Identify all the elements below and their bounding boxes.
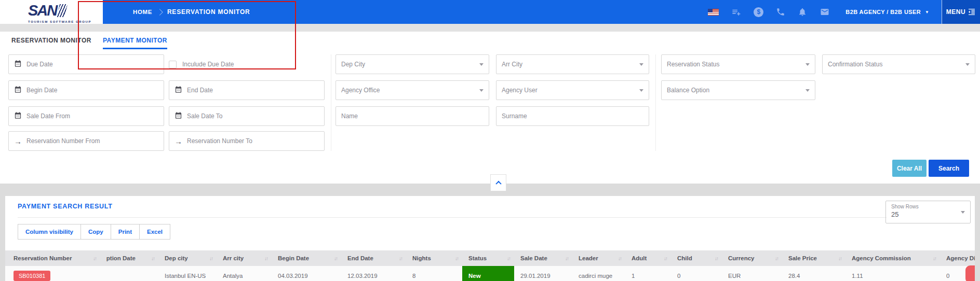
arrow-right-icon: → — [174, 137, 182, 145]
end-date-cell: 12.03.2019 — [341, 266, 406, 281]
chevron-down-icon — [965, 63, 970, 66]
tab-reservation-monitor[interactable]: RESERVATION MONITOR — [11, 37, 91, 49]
currency-dollar-icon[interactable]: $ — [754, 7, 763, 17]
column-header-begin-date[interactable]: Begin Date↓↑ — [272, 250, 341, 266]
column-header-option-date[interactable]: Option Date↓↑ — [100, 250, 158, 266]
currency-cell: EUR — [722, 266, 782, 281]
search-button[interactable]: Search — [929, 160, 969, 177]
reservation-status-label: Reservation Status — [667, 61, 719, 68]
tab-payment-monitor[interactable]: PAYMENT MONITOR — [103, 37, 167, 49]
reservation-number-to-input[interactable]: → Reservation Number To — [169, 131, 325, 151]
balance-option-select[interactable]: Balance Option — [661, 80, 815, 100]
column-header-dep-city[interactable]: Dep city↓↑ — [158, 250, 217, 266]
include-due-date-checkbox[interactable] — [169, 61, 177, 68]
calendar-icon — [14, 60, 22, 69]
sort-icon: ↓↑ — [507, 256, 510, 261]
sort-icon: ↓↑ — [209, 256, 212, 261]
reservation-status-select[interactable]: Reservation Status — [661, 54, 815, 74]
header-divider-strip — [0, 24, 980, 32]
logo-tagline: TOURISM SOFTWARE GROUP — [28, 20, 103, 23]
reservation-number-cell: SB010381 — [5, 266, 100, 281]
reservation-number-from-label: Reservation Number From — [26, 137, 100, 145]
name-input[interactable]: Name — [335, 106, 489, 126]
option-date-cell — [100, 266, 158, 281]
chevron-down-icon — [479, 63, 484, 66]
sort-icon: ↓↑ — [264, 256, 267, 261]
column-label: Dep city — [165, 255, 188, 261]
column-header-agency-commission[interactable]: Agency Commission↓↑ — [845, 250, 940, 266]
show-rows-select[interactable]: Show Rows 25 — [885, 201, 971, 223]
filter-group-divider — [655, 54, 656, 151]
leader-cell: cadirci muge — [572, 266, 625, 281]
column-header-arr-city[interactable]: Arr city↓↑ — [217, 250, 272, 266]
notifications-bell-icon[interactable] — [798, 7, 807, 17]
copy-button[interactable]: Copy — [80, 224, 111, 240]
include-due-date-option: Inculude Due Date — [169, 54, 234, 74]
phone-icon[interactable] — [776, 7, 785, 17]
column-header-adult[interactable]: Adult↓↑ — [625, 250, 671, 266]
reservation-number-from-input[interactable]: → Reservation Number From — [8, 131, 164, 151]
column-label: Begin Date — [278, 255, 309, 261]
column-header-sale-price[interactable]: Sale Price↓↑ — [782, 250, 845, 266]
language-flag-icon[interactable] — [708, 9, 719, 16]
logo[interactable]: SAN TOURISM SOFTWARE GROUP — [0, 0, 103, 24]
breadcrumb-home[interactable]: HOME — [133, 9, 152, 15]
filter-group-divider — [331, 54, 331, 151]
breadcrumb-current: RESERVATION MONITOR — [167, 8, 250, 16]
logo-text: SAN — [28, 2, 57, 19]
playlist-add-icon[interactable] — [731, 7, 741, 17]
arr-city-select[interactable]: Arr City — [496, 54, 649, 74]
column-header-reservation-number[interactable]: Reservation Number↓↑ — [5, 250, 100, 266]
column-label: Agency Discount — [946, 255, 975, 261]
due-date-input[interactable]: Due Date — [8, 54, 164, 74]
column-label: Adult — [632, 255, 647, 261]
excel-button[interactable]: Excel — [139, 224, 170, 240]
chevron-down-icon — [639, 63, 643, 66]
dep-city-select[interactable]: Dep City — [335, 54, 489, 74]
column-header-currency[interactable]: Currency↓↑ — [722, 250, 782, 266]
agency-user-select[interactable]: Agency User — [496, 80, 649, 100]
row-action-pill[interactable] — [965, 265, 975, 281]
column-header-nights[interactable]: Nights↓↑ — [406, 250, 462, 266]
sort-icon: ↓↑ — [933, 256, 936, 261]
print-button[interactable]: Print — [111, 224, 140, 240]
column-header-agency-discount[interactable]: Agency Discount — [940, 250, 975, 266]
calendar-icon — [174, 86, 182, 95]
chevron-up-icon — [495, 180, 501, 186]
table-row: SB010381 Istanbul EN-US Antalya 04.03.20… — [5, 266, 975, 281]
dep-city-cell: Istanbul EN-US — [158, 266, 217, 281]
sort-icon: ↓↑ — [93, 256, 96, 261]
begin-date-cell: 04.03.2019 — [272, 266, 341, 281]
column-header-end-date[interactable]: End Date↓↑ — [341, 250, 406, 266]
top-navigation-bar: SAN TOURISM SOFTWARE GROUP HOME RESERVAT… — [0, 0, 980, 24]
confirmation-status-select[interactable]: Confirmation Status — [822, 54, 975, 74]
dep-city-label: Dep City — [341, 61, 365, 68]
column-label: Currency — [728, 255, 755, 261]
topbar-icon-cluster: $ B2B AGENCY / B2B USER ▼ — [708, 7, 936, 17]
begin-date-label: Begin Date — [26, 87, 57, 94]
sale-date-from-input[interactable]: Sale Date From — [8, 106, 164, 126]
mail-icon[interactable] — [820, 7, 830, 17]
column-label: Option Date — [106, 255, 136, 261]
sale-date-to-input[interactable]: Sale Date To — [169, 106, 325, 126]
agency-office-select[interactable]: Agency Office — [335, 80, 489, 100]
column-header-leader[interactable]: Leader↓↑ — [572, 250, 625, 266]
show-rows-label: Show Rows — [891, 204, 965, 209]
column-visibility-button[interactable]: Column visibility — [18, 224, 81, 240]
collapse-filters-button[interactable] — [490, 174, 506, 191]
due-date-label: Due Date — [26, 61, 53, 68]
begin-date-input[interactable]: Begin Date — [8, 80, 164, 100]
clear-all-button[interactable]: Clear All — [892, 160, 927, 177]
breadcrumb: HOME RESERVATION MONITOR — [133, 8, 250, 16]
confirmation-status-label: Confirmation Status — [828, 61, 882, 68]
column-header-child[interactable]: Child↓↑ — [671, 250, 722, 266]
column-label: Status — [468, 255, 487, 261]
end-date-input[interactable]: End Date — [169, 80, 325, 100]
column-header-status[interactable]: Status↓↑ — [462, 250, 514, 266]
user-menu[interactable]: B2B AGENCY / B2B USER ▼ — [845, 9, 929, 15]
surname-input[interactable]: Surname — [496, 106, 649, 126]
chevron-down-icon — [806, 63, 810, 66]
reservation-number-badge[interactable]: SB010381 — [14, 271, 50, 281]
menu-button[interactable]: MENU — [942, 0, 980, 24]
column-header-sale-date[interactable]: Sale Date↓↑ — [514, 250, 572, 266]
